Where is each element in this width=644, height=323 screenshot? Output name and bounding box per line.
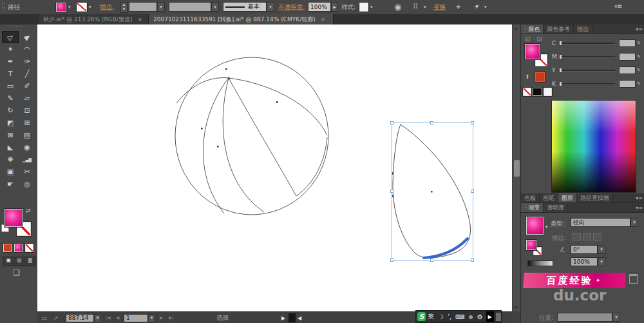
selection-handle[interactable]: [390, 259, 393, 262]
gradient-preset-arrow-icon[interactable]: ▾: [545, 224, 548, 230]
swap-colors-icon[interactable]: ⬆: [525, 73, 530, 80]
artboard-number-field[interactable]: 1: [124, 314, 148, 322]
artboard-canvas[interactable]: [37, 24, 512, 311]
mesh-tool[interactable]: ⊠: [2, 129, 19, 141]
panel-menu-icon[interactable]: ▾≡: [636, 195, 643, 201]
channel-slider[interactable]: [560, 43, 615, 44]
draw-normal-icon[interactable]: ▣: [3, 257, 14, 266]
last-artboard-icon[interactable]: ▶|: [169, 315, 174, 320]
vertical-scroll-thumb[interactable]: [514, 160, 520, 177]
last-color-swatch[interactable]: [535, 72, 545, 82]
panel-grip[interactable]: [2, 3, 5, 12]
hand-tool[interactable]: ☛: [2, 178, 19, 190]
next-artboard-icon[interactable]: ▶: [160, 315, 163, 320]
color-panel-option-icon[interactable]: ◲: [536, 35, 542, 42]
tab-swatches[interactable]: 色板: [521, 193, 540, 202]
free-transform-tool[interactable]: ⊡: [19, 104, 35, 117]
draw-inside-icon[interactable]: ◙: [24, 257, 35, 266]
artboard-tool[interactable]: ▣: [2, 166, 19, 178]
selection-handle[interactable]: [430, 121, 433, 124]
recolor-artwork-icon[interactable]: ◉: [394, 2, 401, 12]
color-button[interactable]: [3, 244, 12, 252]
selection-handle[interactable]: [390, 190, 393, 193]
stroke-gradient-option-2[interactable]: [583, 233, 591, 240]
align-options-icon[interactable]: ⠿: [413, 3, 418, 11]
zoom-level-dropdown[interactable]: ▾: [94, 314, 101, 322]
curvature-pen-tool[interactable]: ✑: [19, 55, 35, 68]
selection-handle[interactable]: [390, 121, 393, 124]
channel-slider-marker[interactable]: [560, 68, 562, 72]
hscroll-right-icon[interactable]: ▶: [281, 315, 285, 321]
document-tab-inactive[interactable]: 秋夕.ai* @ 213.26% (RGB/预览) ×: [39, 14, 149, 24]
symbol-sprayer-tool[interactable]: ❋: [2, 153, 19, 166]
perspective-grid-tool[interactable]: ⊞: [19, 117, 35, 129]
channel-value-field[interactable]: [619, 80, 636, 88]
style-swatch[interactable]: [359, 3, 368, 12]
zoom-level-field[interactable]: 887.14: [66, 314, 94, 322]
rectangle-tool[interactable]: ▭: [2, 80, 19, 92]
isolate-selection-icon[interactable]: ➤: [472, 2, 480, 11]
sphere-outline[interactable]: [175, 57, 328, 215]
paintbrush-tool[interactable]: ✐: [19, 80, 35, 92]
scroll-up-icon[interactable]: ▲: [515, 26, 518, 30]
gradient-type-field[interactable]: 径向: [571, 218, 630, 227]
swap-fill-stroke-icon[interactable]: ⇄: [26, 208, 31, 214]
gradient-tool[interactable]: ▤: [19, 129, 35, 141]
align-options-arrow-icon[interactable]: ▾: [424, 5, 426, 10]
eyedropper-tool[interactable]: ◣: [2, 141, 19, 153]
none-button[interactable]: [25, 244, 33, 252]
variable-width-profile-field[interactable]: [169, 2, 211, 12]
gradient-fill-proxy[interactable]: [526, 240, 536, 250]
channel-value-field[interactable]: [619, 53, 636, 61]
none-swatch[interactable]: [523, 88, 531, 96]
brush-definition-field[interactable]: 基本: [223, 2, 267, 12]
document-tab-active[interactable]: 20071023111633591 [转换].ai* @ 887.14% (CM…: [149, 14, 334, 24]
punctuation-icon[interactable]: ’,: [448, 313, 451, 320]
horizontal-scroll-thumb[interactable]: [289, 313, 296, 322]
channel-slider-marker[interactable]: [560, 41, 562, 45]
style-dropdown-arrow-icon[interactable]: ▾: [370, 5, 373, 10]
stroke-weight-stepper[interactable]: ▴ ▾: [120, 2, 128, 13]
gradient-preview-swatch[interactable]: [526, 217, 544, 235]
panel-menu-icon[interactable]: ▾≡: [636, 26, 643, 32]
collapse-control-bar-icon[interactable]: «≡: [614, 3, 622, 10]
opacity-field[interactable]: 100%: [308, 2, 331, 12]
zoom-tool[interactable]: ◎: [19, 178, 35, 190]
pen-tool[interactable]: ✒: [2, 55, 19, 68]
first-artboard-icon[interactable]: |◀: [106, 315, 111, 320]
tab-color[interactable]: ◦颜色: [521, 24, 544, 34]
panel-menu-icon[interactable]: ▾≡: [636, 205, 643, 211]
close-tab-icon[interactable]: ×: [137, 16, 142, 23]
sphere-segment-curve[interactable]: [229, 78, 327, 135]
brush-definition-dropdown[interactable]: ▾: [267, 2, 274, 12]
tab-stroke[interactable]: 描边: [574, 24, 592, 34]
screen-mode-icon[interactable]: ❏: [13, 268, 20, 277]
skin-icon[interactable]: ●: [469, 314, 473, 320]
previous-artboard-icon[interactable]: ◀: [116, 315, 119, 320]
channel-value-field[interactable]: [619, 66, 636, 74]
hscroll-left-icon[interactable]: ◀: [298, 315, 301, 321]
fill-color-swatch[interactable]: [56, 3, 66, 12]
tab-transparency[interactable]: 透明度: [544, 203, 568, 212]
selection-handle[interactable]: [471, 121, 474, 124]
tab-brushes[interactable]: 画笔: [540, 193, 558, 202]
selection-handle[interactable]: [430, 259, 433, 262]
tab-pathfinder[interactable]: 路径查找器: [577, 193, 613, 202]
direct-selection-tool[interactable]: ▷: [2, 31, 19, 43]
tab-gradient[interactable]: ◦渐变: [521, 203, 544, 212]
toolbox-icon[interactable]: ⚙: [477, 313, 483, 320]
stroke-weight-field[interactable]: [129, 2, 157, 12]
stroke-weight-link[interactable]: 描边:: [100, 3, 114, 12]
variable-width-profile-dropdown[interactable]: ▾: [211, 2, 219, 12]
gradient-aspect-field[interactable]: 100%: [571, 257, 598, 266]
ime-status-box[interactable]: [496, 313, 501, 321]
close-tab-icon[interactable]: ×: [321, 16, 326, 23]
blend-tool[interactable]: ◉: [19, 141, 35, 153]
pencil-tool[interactable]: ✎: [2, 92, 19, 104]
scroll-down-icon[interactable]: ▼: [515, 305, 518, 309]
gradient-position-dropdown[interactable]: ▾: [612, 313, 620, 322]
gradient-angle-field[interactable]: 0°: [571, 245, 598, 254]
line-segment-tool[interactable]: ╱: [19, 68, 35, 80]
rotate-tool[interactable]: ↻: [2, 104, 19, 117]
transform-link[interactable]: 变换: [433, 3, 446, 12]
